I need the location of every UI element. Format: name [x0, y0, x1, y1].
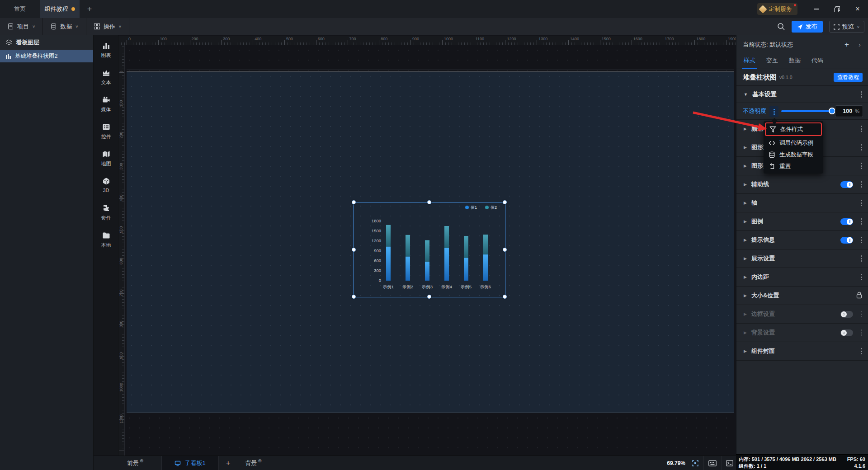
dock-item-1[interactable]: 图表 — [94, 41, 118, 59]
section-toggle-on[interactable] — [840, 218, 853, 225]
inspector-tab-3[interactable]: 数据 — [783, 56, 806, 69]
section-toggle-on[interactable] — [840, 181, 853, 188]
add-board-button[interactable]: + — [219, 459, 238, 468]
section-toggle-off[interactable] — [840, 329, 853, 336]
chevron-down-icon: ∨ — [118, 24, 122, 28]
basic-settings-menu-button[interactable] — [861, 91, 862, 98]
section-row-6[interactable]: ▶图例 — [736, 212, 868, 231]
media-icon — [94, 95, 118, 105]
context-menu-item-4[interactable]: 重置 — [764, 160, 823, 172]
section-menu-button[interactable] — [861, 218, 862, 225]
opacity-slider[interactable] — [781, 110, 835, 112]
minimize-icon — [814, 9, 819, 9]
section-toggle-off[interactable] — [840, 311, 853, 318]
menu-data[interactable]: 数据∨ — [43, 18, 86, 35]
section-row-5[interactable]: ▶轴 — [736, 194, 868, 212]
dock-item-5[interactable]: 地图 — [94, 149, 118, 167]
selection-handle[interactable] — [427, 200, 431, 204]
section-row-12[interactable]: ▶背景设置 — [736, 324, 868, 342]
section-row-10[interactable]: ▶大小&位置 — [736, 287, 868, 305]
restore-icon — [834, 6, 840, 12]
section-menu-button[interactable] — [861, 255, 862, 262]
section-menu-button[interactable] — [861, 329, 862, 336]
dock-item-3[interactable]: 媒体 — [94, 95, 118, 113]
section-menu-button[interactable] — [861, 200, 862, 206]
fit-screen-button[interactable] — [692, 460, 699, 467]
context-menu-item-3[interactable]: 生成数据字段 — [764, 149, 823, 160]
section-row-8[interactable]: ▶展示设置 — [736, 249, 868, 268]
section-basic-settings[interactable]: ▼ 基本设置 — [736, 86, 868, 103]
window-tab-home[interactable]: 首页 — [0, 0, 40, 18]
console-button[interactable] — [726, 460, 733, 466]
section-menu-button[interactable] — [861, 144, 862, 150]
publish-label: 发布 — [806, 23, 817, 31]
section-row-7[interactable]: ▶提示信息 — [736, 231, 868, 249]
custom-service-badge[interactable]: 定制服务 — [757, 3, 797, 15]
menu-operations[interactable]: 操作∨ — [86, 18, 129, 35]
section-menu-button[interactable] — [861, 163, 862, 169]
view-tutorial-button[interactable]: 查看教程 — [834, 73, 863, 82]
maximize-button[interactable] — [826, 0, 847, 18]
inspector-tab-2[interactable]: 交互 — [761, 56, 783, 69]
add-foreground-icon[interactable]: ⊕ — [140, 458, 143, 463]
selection-handle[interactable] — [352, 295, 356, 299]
canvas[interactable]: 0300600900120015001800示例1示例2示例3示例4示例5示例6… — [125, 45, 736, 456]
h-ruler-label: 500 — [286, 37, 293, 41]
expand-states-button[interactable]: › — [859, 41, 861, 48]
h-ruler-label: 700 — [349, 37, 356, 41]
selection-handle[interactable] — [352, 248, 356, 252]
fit-screen-icon — [692, 460, 699, 467]
selected-component-stacked-bar-chart[interactable]: 0300600900120015001800示例1示例2示例3示例4示例5示例6… — [354, 202, 505, 297]
new-tab-button[interactable]: + — [80, 0, 99, 18]
section-row-9[interactable]: ▶内边距 — [736, 268, 868, 287]
add-state-button[interactable]: + — [844, 40, 849, 49]
dock-item-4[interactable]: 控件 — [94, 122, 118, 140]
inspector-tab-1[interactable]: 样式 — [738, 56, 761, 69]
dock-item-6[interactable]: 3D — [94, 176, 118, 193]
menu-project[interactable]: 项目∨ — [0, 18, 43, 35]
section-menu-button[interactable] — [861, 348, 862, 354]
publish-button[interactable]: 发布 — [792, 21, 823, 33]
minimize-button[interactable] — [806, 0, 826, 18]
selection-handle[interactable] — [503, 248, 507, 252]
context-menu-item-1[interactable]: 条件样式 — [765, 122, 822, 136]
section-menu-button[interactable] — [861, 181, 862, 188]
opacity-menu-button[interactable] — [769, 106, 778, 117]
selection-handle[interactable] — [352, 200, 356, 204]
selection-handle[interactable] — [503, 200, 507, 204]
dock-item-8[interactable]: 本地 — [94, 230, 118, 249]
window-tab-tutorial[interactable]: 组件教程 — [40, 0, 80, 18]
inspector-tab-4[interactable]: 代码 — [806, 56, 829, 69]
svg-text:示例2: 示例2 — [402, 284, 413, 289]
search-icon[interactable] — [777, 23, 785, 31]
database-icon — [50, 23, 57, 30]
shortcut-keys-button[interactable] — [708, 460, 717, 466]
context-menu-item-2[interactable]: 调用代码示例 — [764, 137, 823, 149]
lock-icon[interactable] — [856, 291, 863, 300]
section-row-4[interactable]: ▶辅助线 — [736, 175, 868, 194]
expand-arrow-icon: ▶ — [744, 127, 747, 131]
opacity-slider-thumb[interactable] — [829, 108, 835, 114]
widget-icon — [94, 122, 118, 132]
v-ruler-label: 1100 — [119, 409, 123, 428]
section-toggle-on[interactable] — [840, 237, 853, 244]
add-background-icon[interactable]: ⊕ — [258, 458, 262, 463]
svg-text:600: 600 — [374, 258, 381, 263]
section-row-13[interactable]: ▶组件封面 — [736, 342, 868, 361]
dock-item-7[interactable]: 套件 — [94, 203, 118, 221]
opacity-input[interactable]: 100 % — [835, 105, 863, 117]
fps-label: FPS: — [847, 456, 859, 462]
selection-handle[interactable] — [503, 295, 507, 299]
section-row-11[interactable]: ▶边框设置 — [736, 305, 868, 324]
close-button[interactable]: × — [847, 0, 868, 18]
selection-handle[interactable] — [427, 295, 431, 299]
section-menu-button[interactable] — [861, 237, 862, 243]
board-tab-active[interactable]: 子看板1 — [162, 456, 218, 470]
section-menu-button[interactable] — [861, 274, 862, 280]
preview-button[interactable]: 预览∨ — [829, 21, 864, 33]
section-menu-button[interactable] — [861, 311, 862, 317]
layer-item-stacked-bar[interactable]: 基础堆叠柱状图2 — [0, 50, 93, 62]
section-menu-button[interactable] — [861, 126, 862, 132]
status-line-components: 组件数: 1 / 1 4.1.6 — [739, 463, 865, 470]
dock-item-2[interactable]: 文本 — [94, 68, 118, 86]
